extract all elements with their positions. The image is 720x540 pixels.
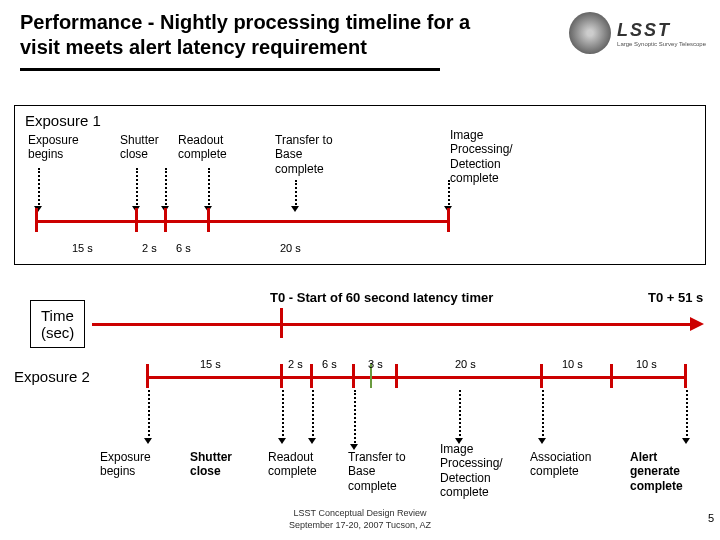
exp2-transfer-label: Transfer to Base complete [348,450,406,493]
main-arrow-icon [690,317,704,331]
exp2-image-label: Image Processing/ Detection complete [440,442,503,500]
dash-arrow [295,180,297,208]
exp2-begins-label: Exposure begins [100,450,151,479]
exp2-dur6: 10 s [562,358,583,370]
exp1-dur4: 20 s [280,242,301,254]
footer-line2: September 17-20, 2007 Tucson, AZ [0,520,720,530]
exposure-1-label: Exposure 1 [25,112,695,129]
exp2-timeline [146,376,686,379]
exp1-transfer-label: Transfer to Base complete [275,133,333,176]
exp2-alert-label: Alert generate complete [630,450,683,493]
exp2-dur7: 10 s [636,358,657,370]
tick [146,364,149,388]
time-label-box: Time (sec) [30,300,85,348]
dash-arrow [148,390,150,440]
logo: LSST Large Synoptic Survey Telescope [569,12,706,54]
exp2-readout-label: Readout complete [268,450,317,479]
dash-arrow [448,180,450,208]
page-title: Performance - Nightly processing timelin… [0,0,500,64]
tick [35,208,38,232]
tick [395,364,398,388]
tick [540,364,543,388]
logo-text: LSST Large Synoptic Survey Telescope [617,20,706,47]
dash-arrow [686,390,688,440]
tick [135,208,138,232]
logo-sub: Large Synoptic Survey Telescope [617,41,706,47]
arrowhead-icon [144,438,152,444]
exp2-dur5: 20 s [455,358,476,370]
tick [310,364,313,388]
tick [280,364,283,388]
dash-arrow [38,168,40,208]
arrowhead-icon [308,438,316,444]
exp2-dur3: 6 s [322,358,337,370]
exposure-1-box: Exposure 1 [14,105,706,265]
exp2-dur1: 15 s [200,358,221,370]
tick [610,364,613,388]
arrowhead-icon [538,438,546,444]
t0-end-label: T0 + 51 s [648,290,703,305]
dash-arrow [459,390,461,440]
tick [352,364,355,388]
tick [684,364,687,388]
exp1-dur1: 15 s [72,242,93,254]
tick [164,208,167,232]
dash-arrow [208,168,210,208]
dash-arrow [282,390,284,440]
tick [447,208,450,232]
main-tick-t0 [280,308,283,338]
arrowhead-icon [682,438,690,444]
dash-arrow [354,390,356,446]
dash-arrow [165,168,167,208]
logo-main: LSST [617,20,706,41]
exp2-dur4: 3 s [368,358,383,370]
title-underline [20,68,440,71]
dash-arrow [312,390,314,440]
exp1-dur3: 6 s [176,242,191,254]
exp2-dur2: 2 s [288,358,303,370]
page-number: 5 [708,512,714,524]
exp1-begins-label: Exposure begins [28,133,79,162]
exp2-shutter-label: Shutter close [190,450,232,479]
exp1-image-label: Image Processing/ Detection complete [450,128,513,186]
arrowhead-icon [278,438,286,444]
exp1-shutter-label: Shutter close [120,133,159,162]
exposure-2-label: Exposure 2 [14,368,90,385]
footer-line1: LSST Conceptual Design Review [0,508,720,518]
tick [207,208,210,232]
arrowhead-icon [291,206,299,212]
exp1-timeline [35,220,450,223]
dash-arrow [136,168,138,208]
exp2-assoc-label: Association complete [530,450,591,479]
dash-arrow [542,390,544,440]
t0-start-label: T0 - Start of 60 second latency timer [270,290,493,305]
exp1-dur2: 2 s [142,242,157,254]
main-timeline [92,323,692,326]
exp1-readout-label: Readout complete [178,133,227,162]
logo-swirl-icon [569,12,611,54]
